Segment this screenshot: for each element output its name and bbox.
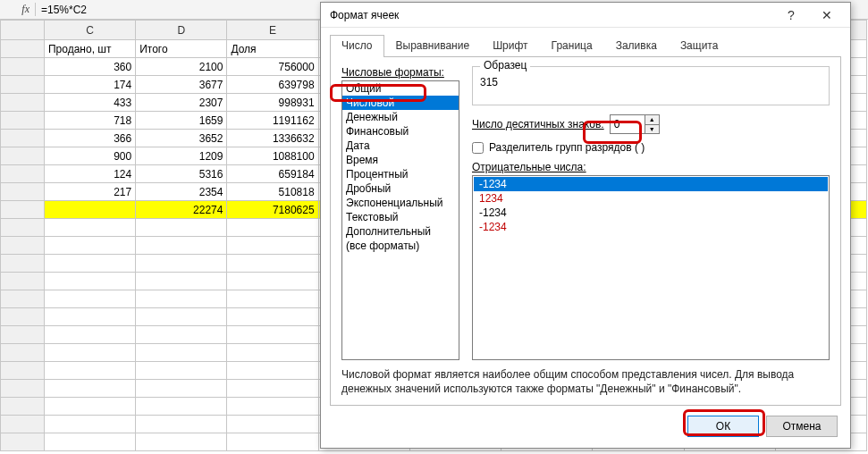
negative-option[interactable]: 1234: [474, 191, 828, 206]
format-option[interactable]: Экспоненциальный: [342, 196, 459, 210]
negative-option[interactable]: -1234: [474, 177, 828, 191]
thousands-separator-label[interactable]: Разделитель групп разрядов ( ): [489, 141, 645, 154]
format-option[interactable]: Общий: [342, 81, 459, 96]
col-header[interactable]: D: [136, 21, 227, 40]
dialog-title: Формат ячеек: [330, 9, 773, 21]
formats-label: Числовые форматы:: [341, 66, 459, 79]
thousands-separator-checkbox[interactable]: [472, 142, 484, 154]
format-option[interactable]: Дополнительный: [342, 224, 459, 239]
format-option[interactable]: Числовой: [342, 96, 459, 110]
tab-выравнивание[interactable]: Выравнивание: [384, 35, 482, 57]
format-option[interactable]: Дата: [342, 139, 459, 153]
decimals-input[interactable]: [611, 115, 645, 133]
format-cells-dialog: Формат ячеек ? ✕ ЧислоВыравниваниеШрифтГ…: [320, 2, 851, 449]
negative-numbers-listbox[interactable]: -12341234-1234-1234: [472, 175, 830, 360]
sample-label: Образец: [480, 59, 530, 71]
col-header[interactable]: C: [44, 21, 135, 40]
tab-число[interactable]: Число: [330, 35, 384, 57]
format-option[interactable]: Дробный: [342, 181, 459, 196]
negative-option[interactable]: -1234: [474, 220, 828, 234]
dialog-tabs: ЧислоВыравниваниеШрифтГраницаЗаливкаЗащи…: [321, 28, 850, 57]
format-option[interactable]: Процентный: [342, 167, 459, 181]
ok-button[interactable]: ОК: [687, 416, 759, 437]
sample-box: Образец 315: [472, 66, 830, 105]
tab-заливка[interactable]: Заливка: [604, 35, 669, 57]
help-button[interactable]: ?: [773, 4, 809, 27]
tab-шрифт[interactable]: Шрифт: [481, 35, 539, 57]
format-option[interactable]: Финансовый: [342, 124, 459, 139]
sample-value: 315: [480, 69, 822, 88]
tab-граница[interactable]: Граница: [540, 35, 604, 57]
decimals-label: Число десятичных знаков:: [472, 118, 604, 130]
tab-panel-number: Числовые форматы: ОбщийЧисловойДенежныйФ…: [330, 56, 841, 406]
spin-down-icon[interactable]: ▼: [645, 125, 659, 134]
number-formats-listbox[interactable]: ОбщийЧисловойДенежныйФинансовыйДатаВремя…: [341, 80, 459, 360]
negative-option[interactable]: -1234: [474, 206, 828, 220]
format-option[interactable]: (все форматы): [342, 239, 459, 253]
close-icon: ✕: [822, 8, 832, 22]
format-option[interactable]: Текстовый: [342, 210, 459, 224]
dialog-titlebar[interactable]: Формат ячеек ? ✕: [321, 3, 850, 28]
close-button[interactable]: ✕: [809, 4, 845, 27]
format-option[interactable]: Денежный: [342, 110, 459, 124]
cancel-button[interactable]: Отмена: [766, 416, 838, 437]
format-description: Числовой формат является наиболее общим …: [341, 367, 830, 396]
tab-защита[interactable]: Защита: [669, 35, 730, 57]
fx-label[interactable]: fx: [0, 3, 36, 16]
negative-numbers-label: Отрицательные числа:: [472, 161, 830, 173]
decimals-spinner[interactable]: ▲ ▼: [610, 114, 660, 134]
spin-up-icon[interactable]: ▲: [645, 115, 659, 125]
format-option[interactable]: Время: [342, 153, 459, 167]
col-header[interactable]: E: [227, 21, 318, 40]
